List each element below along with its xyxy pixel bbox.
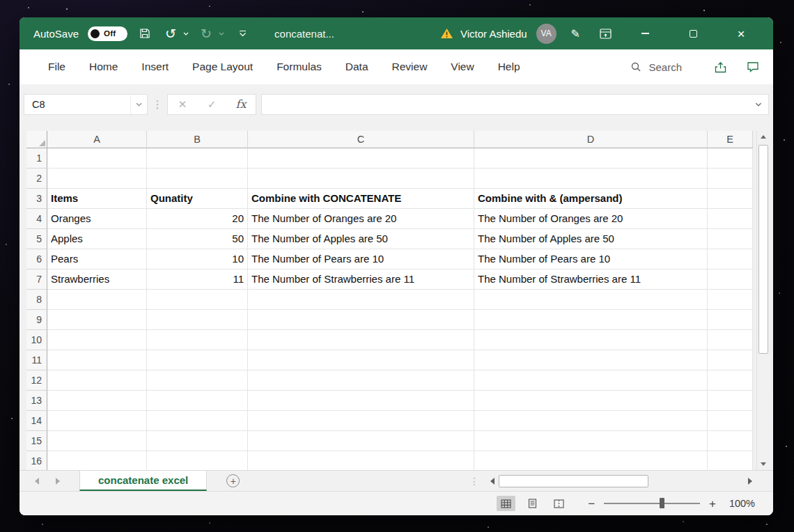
cell-E10[interactable]: [708, 330, 753, 350]
cell-A4[interactable]: Oranges: [47, 209, 147, 229]
scroll-right-button[interactable]: [744, 474, 756, 488]
scroll-down-icon[interactable]: [761, 462, 766, 466]
cell-E15[interactable]: [708, 431, 753, 451]
cancel-icon[interactable]: ✕: [168, 95, 197, 114]
cell-E9[interactable]: [708, 310, 753, 330]
cell-E5[interactable]: [708, 229, 753, 249]
row-header-1[interactable]: 1: [26, 148, 47, 169]
cell-D6[interactable]: The Number of Pears are 10: [474, 249, 708, 269]
cell-E6[interactable]: [708, 249, 753, 269]
cell-A13[interactable]: [47, 391, 147, 411]
ribbon-tab-data[interactable]: Data: [334, 49, 380, 84]
column-header-D[interactable]: D: [474, 131, 708, 148]
page-layout-view-button[interactable]: [523, 496, 542, 511]
cell-A8[interactable]: [47, 290, 147, 310]
name-box[interactable]: C8: [24, 94, 148, 115]
row-header-6[interactable]: 6: [26, 249, 47, 269]
cell-C12[interactable]: [248, 370, 474, 391]
row-header-14[interactable]: 14: [26, 411, 47, 431]
ribbon-tab-file[interactable]: File: [36, 49, 77, 84]
cell-D4[interactable]: The Number of Oranges are 20: [474, 209, 708, 229]
cell-B8[interactable]: [147, 290, 248, 310]
ribbon-tab-formulas[interactable]: Formulas: [265, 49, 334, 84]
cell-B11[interactable]: [147, 350, 248, 370]
document-title[interactable]: concatenat...: [274, 28, 334, 40]
undo-dropdown-chevron-icon[interactable]: [183, 32, 189, 36]
row-header-13[interactable]: 13: [26, 391, 47, 411]
cell-B7[interactable]: 11: [147, 269, 248, 290]
cell-E11[interactable]: [708, 350, 753, 370]
cell-A3[interactable]: Items: [47, 189, 147, 209]
zoom-slider-thumb[interactable]: [660, 498, 664, 508]
cell-A2[interactable]: [47, 169, 147, 189]
cell-D14[interactable]: [474, 411, 708, 431]
cell-B1[interactable]: [147, 148, 248, 169]
cell-E12[interactable]: [708, 370, 753, 391]
row-header-15[interactable]: 15: [26, 431, 47, 451]
formula-bar-divider-dots-icon[interactable]: ⋮: [148, 94, 167, 115]
cell-B2[interactable]: [147, 169, 248, 189]
column-header-C[interactable]: C: [248, 131, 474, 148]
row-header-7[interactable]: 7: [26, 269, 47, 290]
formula-input[interactable]: [261, 94, 769, 115]
cell-B13[interactable]: [147, 391, 248, 411]
previous-sheet-icon[interactable]: [35, 478, 39, 485]
row-header-8[interactable]: 8: [26, 290, 47, 310]
normal-view-button[interactable]: [497, 496, 515, 511]
cell-D1[interactable]: [474, 148, 708, 169]
cell-D9[interactable]: [474, 310, 708, 330]
ribbon-tab-review[interactable]: Review: [380, 49, 439, 84]
cell-B12[interactable]: [147, 370, 248, 391]
cell-D11[interactable]: [474, 350, 708, 370]
cell-B15[interactable]: [147, 431, 248, 451]
close-button[interactable]: ×: [724, 17, 758, 49]
inking-icon[interactable]: ✎: [571, 27, 580, 40]
row-header-16[interactable]: 16: [26, 451, 47, 470]
cell-E13[interactable]: [708, 391, 753, 411]
zoom-level[interactable]: 100%: [726, 498, 755, 509]
row-header-3[interactable]: 3: [26, 189, 47, 209]
cell-C1[interactable]: [248, 148, 474, 169]
customize-quick-access-toolbar-icon[interactable]: [239, 30, 247, 37]
cell-A16[interactable]: [47, 451, 147, 470]
minimize-button[interactable]: [628, 17, 662, 49]
cell-E1[interactable]: [708, 148, 753, 169]
zoom-slider[interactable]: [604, 503, 700, 504]
search-button[interactable]: Search: [630, 61, 682, 73]
cell-A1[interactable]: [47, 148, 147, 169]
cell-A9[interactable]: [47, 310, 147, 330]
row-header-11[interactable]: 11: [26, 350, 47, 370]
horizontal-scrollbar-thumb[interactable]: [499, 475, 648, 487]
cell-A11[interactable]: [47, 350, 147, 370]
vertical-scrollbar-thumb[interactable]: [758, 145, 768, 354]
insert-function-icon[interactable]: fx: [226, 95, 256, 114]
zoom-in-icon[interactable]: +: [709, 498, 716, 510]
cell-A7[interactable]: Strawberries: [47, 269, 147, 290]
horizontal-scrollbar-track[interactable]: [499, 474, 744, 488]
cell-C2[interactable]: [248, 169, 474, 189]
cell-B3[interactable]: Qunatity: [147, 189, 248, 209]
cell-C8[interactable]: [248, 290, 474, 310]
cell-D13[interactable]: [474, 391, 708, 411]
cell-C15[interactable]: [248, 431, 474, 451]
row-header-10[interactable]: 10: [26, 330, 47, 350]
expand-formula-bar-chevron-icon[interactable]: [755, 102, 762, 107]
row-header-12[interactable]: 12: [26, 370, 47, 391]
row-header-2[interactable]: 2: [26, 169, 47, 189]
select-all-button[interactable]: [26, 131, 47, 148]
ribbon-tab-view[interactable]: View: [439, 49, 485, 84]
cell-B5[interactable]: 50: [147, 229, 248, 249]
vertical-scrollbar[interactable]: [756, 131, 770, 470]
cell-B16[interactable]: [147, 451, 248, 470]
enter-icon[interactable]: ✓: [197, 95, 226, 114]
cell-E4[interactable]: [708, 209, 753, 229]
cell-C4[interactable]: The Number of Oranges are 20: [248, 209, 474, 229]
row-header-9[interactable]: 9: [26, 310, 47, 330]
save-button[interactable]: [137, 24, 153, 42]
page-break-preview-button[interactable]: [550, 496, 568, 511]
cell-A5[interactable]: Apples: [47, 229, 147, 249]
comments-button[interactable]: [747, 61, 759, 72]
cell-E3[interactable]: [708, 189, 753, 209]
cell-B9[interactable]: [147, 310, 248, 330]
column-header-B[interactable]: B: [147, 131, 248, 148]
